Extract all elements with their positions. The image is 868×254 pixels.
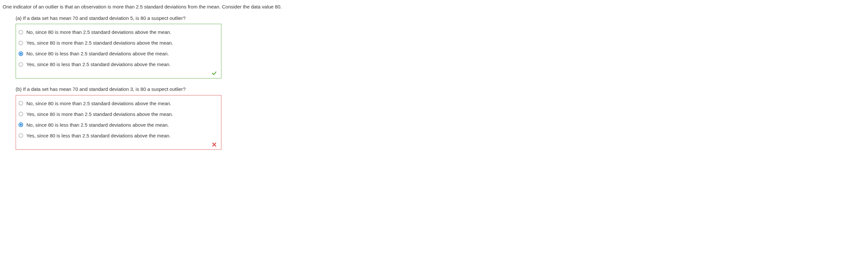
part-a-options-box: No, since 80 is more than 2.5 standard d…: [16, 24, 221, 78]
option-text: No, since 80 is less than 2.5 standard d…: [26, 50, 218, 57]
part-b-option-0[interactable]: No, since 80 is more than 2.5 standard d…: [19, 98, 218, 109]
result-row: [19, 141, 218, 148]
radio-icon: [19, 133, 23, 138]
part-a: (a) If a data set has mean 70 and standa…: [16, 15, 868, 79]
option-text: Yes, since 80 is less than 2.5 standard …: [26, 61, 218, 68]
cross-icon: [211, 141, 217, 148]
option-text: No, since 80 is more than 2.5 standard d…: [26, 100, 218, 107]
radio-icon: [19, 112, 23, 116]
radio-icon: [19, 62, 23, 67]
option-text: Yes, since 80 is less than 2.5 standard …: [26, 132, 218, 139]
part-b-option-1[interactable]: Yes, since 80 is more than 2.5 standard …: [19, 109, 218, 120]
part-b: (b) If a data set has mean 70 and standa…: [16, 86, 868, 150]
part-b-options-box: No, since 80 is more than 2.5 standard d…: [16, 95, 221, 150]
option-text: No, since 80 is more than 2.5 standard d…: [26, 29, 218, 35]
part-a-label: (a) If a data set has mean 70 and standa…: [16, 15, 868, 24]
option-text: Yes, since 80 is more than 2.5 standard …: [26, 111, 218, 118]
option-text: Yes, since 80 is more than 2.5 standard …: [26, 39, 218, 46]
part-a-option-0[interactable]: No, since 80 is more than 2.5 standard d…: [19, 27, 218, 37]
radio-icon: [19, 122, 23, 127]
radio-icon: [19, 101, 23, 105]
radio-icon: [19, 30, 23, 34]
radio-icon: [19, 52, 23, 56]
part-b-option-3[interactable]: Yes, since 80 is less than 2.5 standard …: [19, 130, 218, 141]
part-b-option-2[interactable]: No, since 80 is less than 2.5 standard d…: [19, 120, 218, 130]
question-intro: One indicator of an outlier is that an o…: [0, 3, 868, 15]
option-text: No, since 80 is less than 2.5 standard d…: [26, 122, 218, 128]
part-b-label: (b) If a data set has mean 70 and standa…: [16, 86, 868, 95]
part-a-option-3[interactable]: Yes, since 80 is less than 2.5 standard …: [19, 59, 218, 70]
result-row: [19, 70, 218, 77]
check-icon: [211, 70, 217, 76]
part-a-option-2[interactable]: No, since 80 is less than 2.5 standard d…: [19, 48, 218, 59]
part-a-option-1[interactable]: Yes, since 80 is more than 2.5 standard …: [19, 37, 218, 48]
radio-icon: [19, 41, 23, 45]
